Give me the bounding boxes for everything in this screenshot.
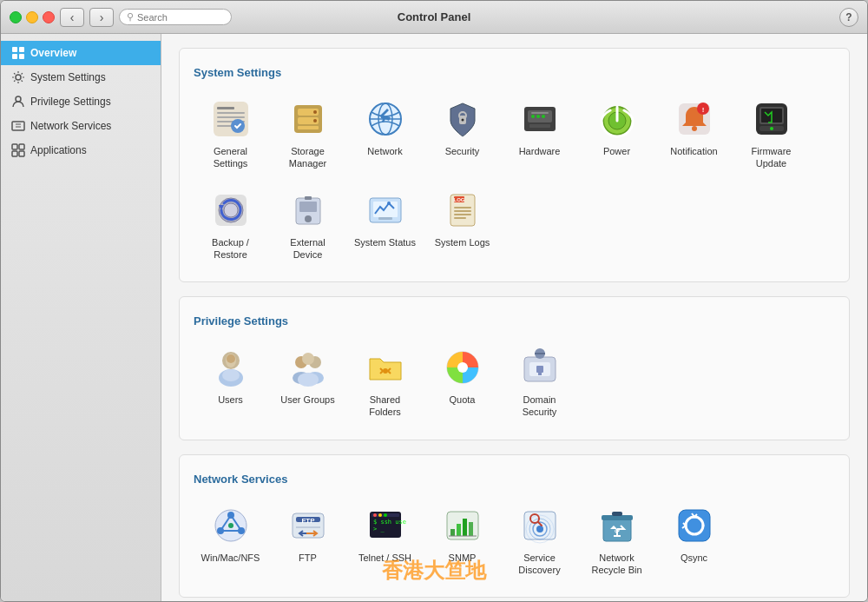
win-mac-nfs-icon [208, 503, 253, 548]
users-item[interactable]: Users [194, 338, 267, 426]
quota-label: Quota [450, 394, 476, 406]
svg-rect-55 [299, 202, 317, 212]
svg-rect-66 [454, 210, 471, 212]
search-icon: ⚲ [127, 11, 134, 23]
storage-manager-item[interactable]: StorageManager [271, 89, 345, 177]
ftp-icon: FTP [286, 503, 331, 548]
hardware-label: Hardware [519, 145, 561, 157]
service-discovery-label: ServiceDiscovery [518, 552, 560, 577]
snmp-icon [440, 503, 485, 548]
user-groups-item[interactable]: User Groups [271, 338, 345, 426]
window-title: Control Panel [398, 10, 471, 23]
system-status-item[interactable]: System Status [348, 181, 422, 268]
service-discovery-icon [517, 503, 562, 548]
svg-text:LOG: LOG [453, 197, 464, 202]
shared-folders-item[interactable]: SharedFolders [348, 338, 422, 426]
quota-icon [440, 345, 485, 390]
users-icon [208, 345, 253, 390]
quota-item[interactable]: Quota [425, 338, 499, 426]
sidebar-label-system-settings: System Settings [30, 71, 106, 83]
svg-point-56 [305, 215, 312, 222]
svg-point-80 [383, 368, 388, 374]
storage-manager-icon [286, 96, 331, 142]
sidebar-item-system-settings[interactable]: System Settings [1, 65, 161, 89]
power-item[interactable]: Power [580, 89, 654, 177]
win-mac-nfs-item[interactable]: Win/Mac/NFS [194, 496, 267, 584]
ftp-label: FTP [299, 552, 317, 564]
external-device-item[interactable]: ExternalDevice [271, 181, 345, 268]
sidebar-item-network-services[interactable]: Network Services [1, 114, 161, 138]
sidebar-label-privilege-settings: Privilege Settings [30, 96, 111, 108]
telnet-ssh-label: Telnet / SSH [358, 552, 411, 564]
svg-point-116 [536, 526, 543, 533]
svg-rect-38 [531, 112, 549, 114]
notification-icon: ! [672, 96, 717, 142]
win-mac-nfs-label: Win/Mac/NFS [201, 552, 260, 564]
network-item[interactable]: Network [348, 89, 422, 177]
forward-button[interactable]: › [89, 8, 114, 27]
titlebar: ‹ › ⚲ Control Panel ? [1, 1, 867, 34]
svg-point-31 [461, 119, 464, 122]
svg-rect-14 [217, 107, 234, 109]
svg-rect-113 [469, 522, 473, 536]
power-label: Power [603, 145, 630, 157]
svg-point-60 [387, 202, 391, 205]
back-button[interactable]: ‹ [60, 8, 84, 27]
telnet-ssh-item[interactable]: $ ssh user@host > _ Telnet / SSH [348, 496, 422, 584]
traffic-lights [10, 11, 55, 23]
svg-point-5 [16, 96, 21, 102]
system-logs-item[interactable]: LOG System Logs [425, 181, 499, 268]
svg-rect-126 [679, 510, 710, 541]
service-discovery-item[interactable]: ServiceDiscovery [503, 496, 576, 584]
close-button[interactable] [43, 11, 55, 23]
svg-text:!: ! [701, 106, 704, 114]
firmware-update-item[interactable]: FirmwareUpdate [734, 89, 808, 177]
network-recycle-bin-item[interactable]: ⟳ NetworkRecycle Bin [580, 496, 654, 584]
privilege-settings-section: Privilege Settings [179, 296, 850, 440]
general-settings-item[interactable]: GeneralSettings [194, 89, 267, 177]
svg-rect-112 [463, 519, 467, 536]
system-status-label: System Status [354, 236, 416, 248]
applications-icon [11, 143, 25, 157]
maximize-button[interactable] [10, 11, 22, 23]
svg-point-106 [373, 513, 377, 517]
qsync-item[interactable]: Qsync [657, 496, 731, 584]
general-settings-label: GeneralSettings [214, 145, 248, 170]
svg-rect-12 [19, 151, 24, 156]
svg-point-71 [227, 354, 235, 363]
general-settings-icon [208, 96, 253, 142]
svg-rect-61 [378, 217, 392, 220]
domain-security-icon [517, 345, 562, 390]
backup-restore-icon [208, 188, 253, 233]
security-item[interactable]: Security [425, 89, 499, 177]
minimize-button[interactable] [26, 11, 38, 23]
sidebar-item-privilege-settings[interactable]: Privilege Settings [1, 89, 161, 114]
sidebar-item-overview[interactable]: Overview [1, 41, 161, 65]
external-device-label: ExternalDevice [290, 236, 325, 261]
user-groups-label: User Groups [280, 394, 334, 406]
svg-rect-68 [454, 217, 466, 219]
search-input[interactable] [137, 12, 224, 23]
sidebar-item-applications[interactable]: Applications [1, 138, 161, 162]
snmp-item[interactable]: SNMP [425, 496, 499, 584]
notification-item[interactable]: ! Notification [657, 89, 731, 177]
sidebar: Overview System Settings [1, 34, 161, 601]
help-button[interactable]: ? [839, 8, 858, 27]
domain-security-item[interactable]: DomainSecurity [503, 338, 576, 426]
svg-text:$ ssh user@host: $ ssh user@host [373, 519, 406, 526]
svg-rect-124 [612, 512, 622, 516]
svg-point-107 [378, 513, 382, 517]
ftp-item[interactable]: FTP FTP [271, 496, 345, 584]
system-logs-icon: LOG [440, 188, 485, 233]
svg-rect-10 [19, 144, 24, 149]
privilege-settings-icon [11, 95, 25, 109]
power-icon [595, 96, 640, 142]
svg-rect-34 [529, 124, 550, 128]
main-layout: Overview System Settings [1, 34, 867, 601]
network-services-header: Network Services [194, 473, 835, 486]
sidebar-label-network-services: Network Services [30, 120, 111, 132]
backup-restore-item[interactable]: Backup /Restore [194, 181, 267, 268]
content-inner: System Settings [161, 34, 867, 601]
snmp-label: SNMP [449, 552, 477, 564]
hardware-item[interactable]: Hardware [503, 89, 576, 177]
